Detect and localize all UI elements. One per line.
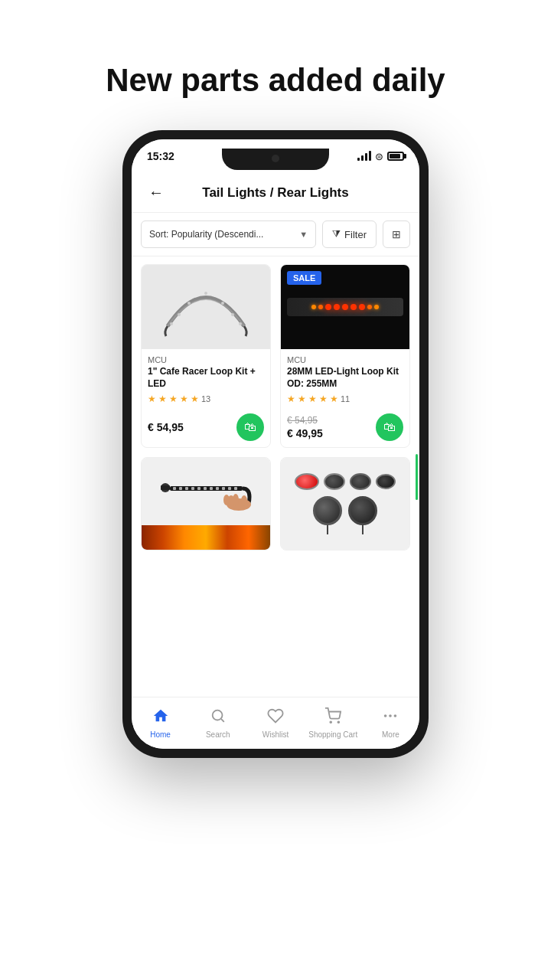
svg-point-31 bbox=[394, 715, 397, 718]
nav-label-search: Search bbox=[206, 730, 230, 739]
nav-label-home: Home bbox=[150, 730, 171, 739]
back-arrow-icon: ← bbox=[148, 184, 164, 201]
scroll-indicator bbox=[416, 454, 418, 500]
status-icons: ⊜ bbox=[357, 151, 404, 162]
svg-point-28 bbox=[338, 722, 340, 724]
product-info-2: MCU 28MM LED-Light Loop Kit OD: 255MM ★ … bbox=[281, 349, 409, 413]
nav-label-more: More bbox=[382, 730, 399, 739]
product-grid-wrapper: MCU 1" Cafe Racer Loop Kit + LED ★ ★ ★ ★… bbox=[132, 256, 419, 697]
flex-strip-svg bbox=[156, 472, 256, 511]
phone-screen: 15:32 ⊜ ← Tail Lights / Rear Lights bbox=[132, 139, 419, 749]
svg-rect-20 bbox=[234, 487, 237, 490]
svg-point-1 bbox=[178, 313, 181, 316]
sort-filter-bar: Sort: Popularity (Descendi... ▼ ⧩ Filter… bbox=[132, 213, 419, 256]
product-card-1[interactable]: MCU 1" Cafe Racer Loop Kit + LED ★ ★ ★ ★… bbox=[141, 264, 271, 448]
svg-point-0 bbox=[170, 322, 173, 325]
nav-item-search[interactable]: Search bbox=[189, 697, 246, 749]
search-icon bbox=[210, 707, 227, 728]
bottom-nav: Home Search Wishlist bbox=[132, 697, 419, 749]
status-time: 15:32 bbox=[147, 150, 174, 162]
price-container-1: € 54,95 bbox=[148, 420, 184, 434]
old-price-2: € 54,95 bbox=[287, 415, 323, 426]
product-name-1: 1" Cafe Racer Loop Kit + LED bbox=[148, 366, 264, 390]
nav-item-more[interactable]: More bbox=[362, 697, 419, 749]
nav-item-home[interactable]: Home bbox=[132, 697, 189, 749]
filter-icon: ⧩ bbox=[332, 228, 341, 240]
product-grid: MCU 1" Cafe Racer Loop Kit + LED ★ ★ ★ ★… bbox=[132, 256, 419, 558]
sort-label: Sort: Popularity (Descendi... bbox=[149, 229, 263, 240]
svg-point-30 bbox=[390, 715, 393, 718]
more-dots-icon bbox=[382, 707, 399, 728]
star-2-4: ★ bbox=[319, 394, 328, 404]
brand-label-2: MCU bbox=[287, 355, 403, 364]
review-count-2: 11 bbox=[341, 394, 350, 403]
star-2-1: ★ bbox=[287, 394, 295, 404]
cart-icon-2: 🛍 bbox=[383, 420, 396, 434]
stars-row-2: ★ ★ ★ ★ ★ 11 bbox=[287, 394, 403, 404]
svg-point-3 bbox=[204, 292, 207, 295]
star-1: ★ bbox=[148, 394, 156, 404]
product-image-3 bbox=[142, 458, 270, 550]
svg-rect-16 bbox=[210, 487, 213, 490]
filter-button[interactable]: ⧩ Filter bbox=[322, 220, 377, 248]
heart-icon bbox=[267, 707, 284, 728]
svg-rect-19 bbox=[228, 487, 231, 490]
svg-rect-13 bbox=[191, 487, 194, 490]
svg-rect-10 bbox=[173, 487, 176, 490]
cafe-racer-svg bbox=[160, 276, 252, 338]
svg-point-24 bbox=[233, 494, 239, 506]
back-button[interactable]: ← bbox=[144, 181, 168, 205]
star-2: ★ bbox=[158, 394, 167, 404]
sale-badge-2: SALE bbox=[287, 271, 321, 285]
svg-point-26 bbox=[212, 710, 222, 720]
price-1: € 54,95 bbox=[148, 421, 184, 433]
product-card-2[interactable]: SALE bbox=[280, 264, 410, 448]
svg-point-29 bbox=[384, 715, 387, 718]
svg-point-6 bbox=[239, 322, 242, 325]
nav-label-wishlist: Wishlist bbox=[262, 730, 289, 739]
product-info-1: MCU 1" Cafe Racer Loop Kit + LED ★ ★ ★ ★… bbox=[142, 349, 270, 413]
stars-row-1: ★ ★ ★ ★ ★ 13 bbox=[148, 394, 264, 404]
nav-label-cart: Shopping Cart bbox=[308, 730, 357, 739]
product-image-4 bbox=[281, 458, 409, 550]
sort-dropdown[interactable]: Sort: Popularity (Descendi... ▼ bbox=[141, 220, 316, 248]
svg-point-23 bbox=[223, 495, 230, 505]
brand-label-1: MCU bbox=[148, 355, 264, 364]
svg-rect-11 bbox=[179, 487, 182, 490]
star-2-half: ★ bbox=[330, 394, 338, 404]
nav-item-cart[interactable]: Shopping Cart bbox=[305, 697, 362, 749]
grid-view-button[interactable]: ⊞ bbox=[383, 220, 410, 248]
home-icon bbox=[152, 707, 169, 728]
wifi-icon: ⊜ bbox=[375, 151, 383, 162]
product-name-2: 28MM LED-Light Loop Kit OD: 255MM bbox=[287, 366, 403, 390]
product-card-4[interactable] bbox=[280, 457, 410, 550]
header-title: Tail Lights / Rear Lights bbox=[168, 185, 383, 201]
app-header: ← Tail Lights / Rear Lights bbox=[132, 173, 419, 213]
grid-icon: ⊞ bbox=[392, 228, 401, 240]
cart-icon-1: 🛍 bbox=[244, 420, 256, 434]
price-row-1: € 54,95 🛍 bbox=[142, 413, 270, 447]
add-to-cart-button-2[interactable]: 🛍 bbox=[376, 413, 403, 441]
svg-point-4 bbox=[221, 302, 224, 305]
svg-point-5 bbox=[231, 313, 234, 316]
product-card-3[interactable] bbox=[141, 457, 271, 550]
svg-rect-17 bbox=[216, 487, 219, 490]
review-count-1: 13 bbox=[201, 394, 210, 403]
star-2-2: ★ bbox=[298, 394, 306, 404]
nav-item-wishlist[interactable]: Wishlist bbox=[246, 697, 304, 749]
svg-rect-18 bbox=[222, 487, 225, 490]
price-row-2: € 54,95 € 49,95 🛍 bbox=[281, 413, 409, 447]
svg-point-25 bbox=[241, 495, 247, 506]
svg-rect-15 bbox=[204, 487, 207, 490]
star-2-3: ★ bbox=[308, 394, 317, 404]
price-2: € 49,95 bbox=[287, 427, 323, 439]
svg-rect-8 bbox=[161, 485, 170, 490]
svg-rect-14 bbox=[197, 487, 201, 490]
svg-point-27 bbox=[331, 722, 332, 724]
signal-icon bbox=[357, 152, 371, 161]
add-to-cart-button-1[interactable]: 🛍 bbox=[236, 413, 264, 441]
page-headline: New parts added daily bbox=[106, 61, 445, 100]
shopping-cart-icon bbox=[324, 707, 341, 728]
svg-rect-12 bbox=[185, 487, 188, 490]
price-container-2: € 54,95 € 49,95 bbox=[287, 415, 323, 440]
